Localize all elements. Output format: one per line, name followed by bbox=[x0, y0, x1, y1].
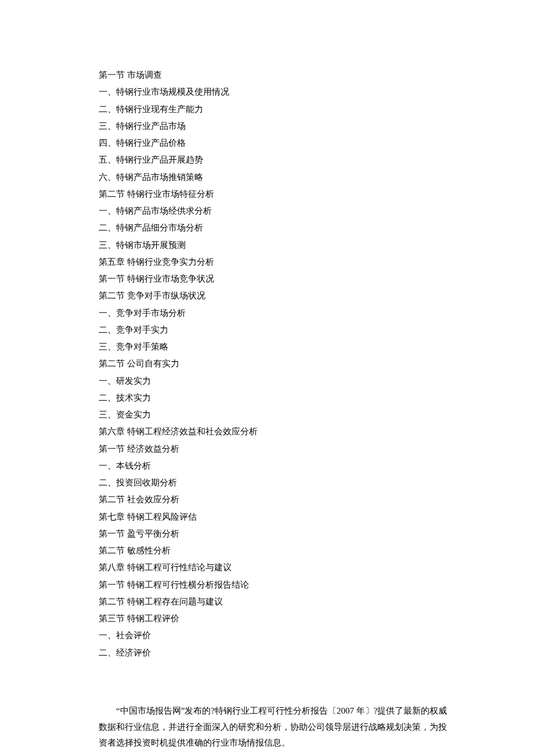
toc-item: 第二节 竞争对手市纵场状况 bbox=[99, 287, 466, 304]
toc-item: 第二节 特钢工程存在问题与建议 bbox=[99, 593, 466, 610]
toc-item: 一、研发实力 bbox=[99, 373, 466, 390]
toc-item: 一、本钱分析 bbox=[99, 458, 466, 474]
toc-item: 二、特钢行业现有生产能力 bbox=[99, 101, 466, 118]
toc-item: 二、竞争对手实力 bbox=[99, 322, 466, 339]
toc-item: 四、特钢行业产品价格 bbox=[99, 135, 466, 152]
toc-item: 一、特钢产品市场经供求分析 bbox=[99, 203, 466, 219]
toc-item: 第五章 特钢行业竞争实力分析 bbox=[99, 254, 466, 271]
toc-item: 第二节 敏感性分析 bbox=[99, 542, 466, 559]
toc-item: 第二节 公司自有实力 bbox=[99, 355, 466, 372]
table-of-contents: 第一节 市场调查 一、特钢行业市场规模及使用情况 二、特钢行业现有生产能力 三、… bbox=[99, 67, 466, 661]
toc-item: 一、特钢行业市场规模及使用情况 bbox=[99, 84, 466, 100]
toc-item: 二、技术实力 bbox=[99, 390, 466, 406]
toc-item: 第三节 特钢工程评价 bbox=[99, 610, 466, 627]
toc-item: 二、特钢产品细分市场分析 bbox=[99, 219, 466, 236]
toc-item: 第七章 特钢工程风险评估 bbox=[99, 509, 466, 525]
toc-item: 第一节 经济效益分析 bbox=[99, 441, 466, 458]
toc-item: 二、投资回收期分析 bbox=[99, 474, 466, 491]
toc-item: 三、特钢市场开展预测 bbox=[99, 237, 466, 254]
toc-item: 三、竞争对手策略 bbox=[99, 339, 466, 355]
toc-item: 三、特钢行业产品市场 bbox=[99, 118, 466, 135]
toc-item: 三、资金实力 bbox=[99, 406, 466, 423]
toc-item: 第二节 特钢行业市场特征分析 bbox=[99, 186, 466, 203]
toc-item: 五、特钢行业产品开展趋势 bbox=[99, 152, 466, 168]
summary-paragraph: “中国市场报告网”发布的?特钢行业工程可行性分析报告〔2007 年〕?提供了最新… bbox=[99, 703, 466, 751]
toc-item: 第六章 特钢工程经济效益和社会效应分析 bbox=[99, 423, 466, 440]
toc-item: 第一节 特钢行业市场竞争状况 bbox=[99, 271, 466, 287]
toc-item: 第一节 特钢工程可行性横分析报告结论 bbox=[99, 577, 466, 593]
toc-item: 二、经济评价 bbox=[99, 645, 466, 661]
toc-item: 六、特钢产品市场推销策略 bbox=[99, 169, 466, 186]
toc-item: 一、竞争对手市场分析 bbox=[99, 305, 466, 322]
toc-item: 第一节 盈亏平衡分析 bbox=[99, 525, 466, 542]
toc-item: 第二节 社会效应分析 bbox=[99, 491, 466, 508]
toc-item: 第八章 特钢工程可行性结论与建议 bbox=[99, 559, 466, 576]
toc-item: 一、社会评价 bbox=[99, 627, 466, 644]
toc-item: 第一节 市场调查 bbox=[99, 67, 466, 84]
